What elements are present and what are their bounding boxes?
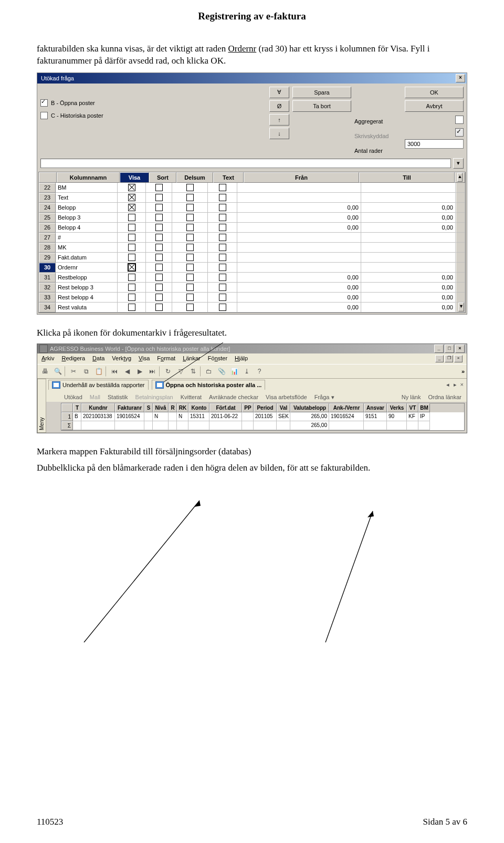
cell-delsum[interactable] [172,233,208,243]
table-row[interactable]: 31Restbelopp0,000,00 [39,273,465,283]
table-row[interactable]: 32Rest belopp 30,000,00 [39,283,465,293]
col-header[interactable]: S [144,403,153,412]
cell-delsum[interactable] [172,283,208,293]
table-row[interactable]: 28MK [39,243,465,253]
cell-text[interactable] [208,213,237,223]
cell-to[interactable]: 0,00 [361,203,456,213]
subtab-fraga[interactable]: Fråga ▾ [311,393,338,402]
cell-delsum[interactable] [172,253,208,263]
cell[interactable]: 9151 [364,412,387,421]
cell-from[interactable] [237,253,361,263]
cell-delsum[interactable] [172,293,208,303]
col-header-from[interactable]: Från [244,172,359,183]
cell-visa[interactable] [118,223,146,233]
subtab-kvitterat[interactable]: Kvitterat [177,393,205,402]
cell-text[interactable] [208,193,237,203]
cell[interactable]: N [153,412,169,421]
cell-from[interactable] [237,193,361,203]
cell-from[interactable] [237,233,361,243]
cell-visa[interactable] [118,293,146,303]
table-row[interactable]: 26Belopp 40,000,00 [39,223,465,233]
cell-visa[interactable] [118,303,146,313]
cell[interactable]: 19016524 [115,412,144,421]
cell[interactable]: KF [407,412,418,421]
cell-visa[interactable] [118,243,146,253]
cell-text[interactable] [208,273,237,283]
col-header[interactable]: Ansvar [364,403,387,412]
cell[interactable]: 19016524 [329,412,364,421]
cell[interactable]: 201105 [254,412,277,421]
table-row[interactable]: 29Fakt.datum [39,253,465,263]
cell-text[interactable] [208,233,237,243]
ok-button[interactable]: OK [405,87,464,98]
cell[interactable] [242,412,254,421]
cell-delsum[interactable] [172,243,208,253]
move-down-button[interactable]: ↓ [269,128,289,139]
cell-to[interactable] [361,263,456,273]
select-all-button[interactable]: ∀ [269,87,289,98]
cell-from[interactable]: 0,00 [237,223,361,233]
cell-visa[interactable] [118,283,146,293]
cell[interactable]: SEK [277,412,290,421]
cell[interactable]: 2021003138 [81,412,115,421]
cell-visa[interactable] [118,183,146,193]
table-row[interactable]: 33Rest belopp 40,000,00 [39,293,465,303]
col-header[interactable]: Period [254,403,277,412]
cell-to[interactable]: 0,00 [361,213,456,223]
subtab-utokad[interactable]: Utökad [61,393,86,402]
col-header[interactable]: VT [407,403,418,412]
cell-delsum[interactable] [172,213,208,223]
cell-sort[interactable] [146,183,172,193]
cell-text[interactable] [208,223,237,233]
cell-visa[interactable] [118,203,146,213]
cell[interactable]: 2011-06-22 [209,412,242,421]
close-icon[interactable]: × [456,74,465,82]
col-header[interactable]: Konto [188,403,209,412]
cell-delsum[interactable] [172,183,208,193]
cell-sort[interactable] [146,283,172,293]
cell-to[interactable]: 0,00 [361,283,456,293]
col-header-name[interactable]: Kolumnnamn [57,172,120,183]
cell-visa[interactable] [118,213,146,223]
cell-from[interactable] [237,263,361,273]
side-menu-tab[interactable]: Meny [37,379,46,433]
cell-from[interactable] [237,183,361,193]
col-header[interactable]: PP [242,403,254,412]
cell-text[interactable] [208,253,237,263]
cell[interactable]: 90 [387,412,407,421]
subtab-nylank[interactable]: Ny länk [398,393,424,402]
cell-sort[interactable] [146,203,172,213]
cell-to[interactable]: 0,00 [361,223,456,233]
cell-to[interactable] [361,253,456,263]
row-count-input[interactable]: 3000 [405,139,464,149]
scroll-down-icon[interactable]: ▼ [458,303,464,311]
cell-text[interactable] [208,183,237,193]
cell-visa[interactable] [118,233,146,243]
cell-text[interactable] [208,283,237,293]
cell[interactable] [144,412,153,421]
cell-text[interactable] [208,303,237,313]
table-row[interactable]: 23Text [39,193,465,203]
col-header-delsum[interactable]: Delsum [176,172,213,183]
cell-sort[interactable] [146,213,172,223]
col-header[interactable]: R [169,403,177,412]
col-header[interactable]: Kundnr [81,403,115,412]
col-header-visa[interactable]: Visa [120,172,149,183]
move-up-button[interactable]: ↑ [269,114,289,126]
col-header-sort[interactable]: Sort [149,172,176,183]
cell-delsum[interactable] [172,203,208,213]
col-header[interactable]: BM [418,403,430,412]
cell-sort[interactable] [146,263,172,273]
cell-visa[interactable] [118,193,146,203]
subtab-arbetsflode[interactable]: Visa arbetsflöde [262,393,310,402]
cell-visa[interactable] [118,253,146,263]
cell[interactable]: N [177,412,188,421]
cell-delsum[interactable] [172,273,208,283]
cell-text[interactable] [208,203,237,213]
col-header[interactable]: Valutabelopp [290,403,329,412]
cell-from[interactable]: 0,00 [237,213,361,223]
col-header[interactable]: Nivå [153,403,169,412]
cancel-button[interactable]: Avbryt [405,100,464,112]
cell-visa[interactable] [118,273,146,283]
table-row[interactable]: 25Belopp 30,000,00 [39,213,465,223]
